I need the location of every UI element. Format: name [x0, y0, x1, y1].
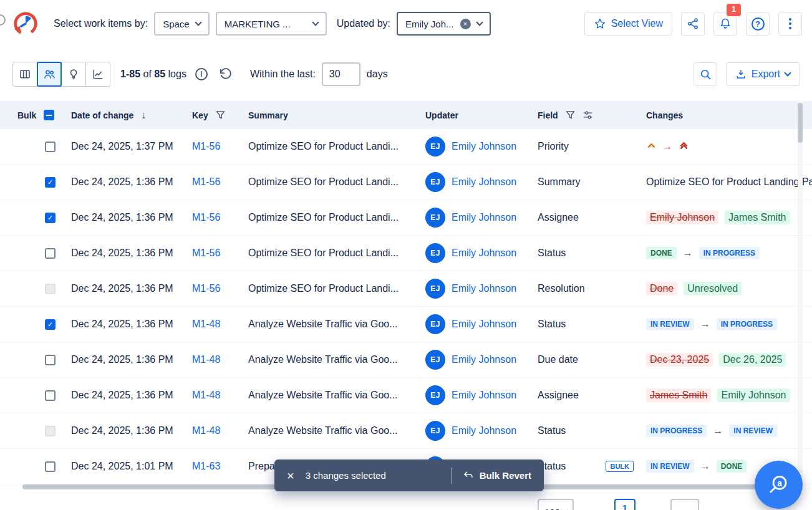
work-item-key[interactable]: M1-48 [192, 354, 220, 365]
days-label: days [367, 69, 388, 80]
row-checkbox[interactable] [45, 390, 56, 401]
updater-name[interactable]: Emily Johnson [452, 212, 516, 223]
status-badge-old: DONE [646, 247, 677, 259]
updater-view-button[interactable] [37, 62, 62, 87]
priority-medium-icon [646, 144, 656, 150]
project-dropdown-value: MARKETING ... [225, 19, 291, 29]
field-column-label: Field [538, 110, 558, 120]
field-name: Status [538, 319, 566, 330]
clear-filter-icon[interactable]: × [460, 19, 471, 29]
work-item-key[interactable]: M1-48 [192, 319, 220, 329]
change-date: Dec 24, 2025, 1:37 PM [71, 141, 192, 152]
status-badge-new: IN REVIEW [729, 425, 777, 437]
updater-name[interactable]: Emily Johnson [452, 141, 516, 152]
close-icon[interactable]: × [287, 469, 294, 482]
chart-view-button[interactable] [85, 62, 110, 87]
new-value: Dec 26, 2025 [719, 353, 786, 367]
row-checkbox[interactable]: ✓ [45, 177, 56, 188]
row-checkbox[interactable]: ✓ [45, 319, 56, 330]
arrow-right-icon: → [713, 425, 723, 436]
work-item-key[interactable]: M1-56 [192, 283, 220, 294]
field-cell: StatusBULK [538, 461, 646, 472]
row-checkbox[interactable] [45, 355, 56, 365]
work-item-key[interactable]: M1-56 [192, 176, 220, 187]
updated-by-dropdown[interactable]: Emily Joh... × [397, 12, 491, 36]
work-item-key[interactable]: M1-48 [192, 425, 220, 436]
revert-history-icon[interactable] [219, 67, 233, 81]
row-checkbox[interactable] [45, 142, 56, 152]
work-item-key[interactable]: M1-48 [192, 390, 220, 400]
change-values: DoneUnresolved [646, 282, 812, 296]
column-header-bulk: Bulk [17, 110, 71, 120]
space-dropdown-value: Space [163, 19, 190, 29]
help-button[interactable]: ? [746, 12, 770, 36]
field-name: Status [538, 248, 566, 259]
info-icon[interactable]: i [195, 68, 208, 80]
floating-action-button[interactable]: a [755, 461, 803, 509]
row-checkbox[interactable] [45, 461, 56, 472]
select-all-checkbox[interactable] [44, 110, 54, 120]
select-view-button[interactable]: Select View [584, 12, 672, 36]
table-row: ✓Dec 24, 2025, 1:36 PMM1-48Analyze Websi… [0, 307, 812, 342]
page-size-select[interactable]: 100 [538, 499, 574, 510]
space-dropdown[interactable]: Space [154, 12, 210, 36]
pagination: 100 1 [0, 499, 812, 510]
search-button[interactable] [694, 62, 717, 86]
vertical-scrollbar-thumb[interactable] [798, 103, 803, 143]
updater-name[interactable]: Emily Johnson [452, 354, 516, 365]
updater-name[interactable]: Emily Johnson [452, 283, 516, 294]
avatar: EJ [425, 350, 445, 370]
table-view-button[interactable] [12, 62, 37, 87]
more-menu-button[interactable] [778, 12, 802, 36]
sort-descending-icon[interactable]: ↓ [141, 110, 146, 121]
updater-name[interactable]: Emily Johnson [452, 319, 516, 330]
field-name: Resolution [538, 283, 585, 294]
share-button[interactable] [681, 12, 705, 36]
row-checkbox[interactable]: ✓ [45, 213, 56, 223]
table-row: Dec 24, 2025, 1:37 PMM1-56Optimize SEO f… [0, 129, 812, 165]
export-button[interactable]: Export [726, 62, 800, 86]
filter-icon[interactable] [566, 110, 575, 120]
work-item-key[interactable]: M1-56 [192, 248, 220, 258]
bulk-revert-button[interactable]: Bulk Revert [463, 470, 531, 481]
work-item-key[interactable]: M1-56 [192, 212, 220, 223]
updater-name[interactable]: Emily Johnson [452, 176, 516, 188]
work-item-summary: Analyze Website Traffic via Goo... [248, 390, 425, 401]
filter-settings-icon[interactable] [582, 110, 593, 120]
page-1-button[interactable]: 1 [614, 499, 636, 510]
table-row: Dec 24, 2025, 1:36 PMM1-48Analyze Websit… [0, 378, 812, 413]
lightbulb-icon [67, 68, 80, 80]
table-row: Dec 24, 2025, 1:36 PMM1-56Optimize SEO f… [0, 236, 812, 271]
updater-name[interactable]: Emily Johnson [452, 390, 516, 401]
field-cell: Status [538, 425, 646, 436]
updater-name[interactable]: Emily Johnson [452, 425, 516, 436]
work-item-summary: Optimize SEO for Product Landi... [248, 212, 425, 223]
work-item-key[interactable]: M1-63 [192, 461, 220, 471]
table-row: ✓Dec 24, 2025, 1:36 PMM1-56Optimize SEO … [0, 165, 812, 200]
app-logo-icon [11, 9, 40, 38]
view-switcher [12, 62, 110, 87]
key-cell: M1-56 [192, 176, 248, 188]
bulk-cell [17, 284, 71, 294]
key-cell: M1-56 [192, 212, 248, 223]
updater-name[interactable]: Emily Johnson [452, 248, 516, 259]
work-item-summary: Analyze Website Traffic via Goo... [248, 319, 425, 330]
table-row: Dec 24, 2025, 1:36 PMM1-48Analyze Websit… [0, 413, 812, 449]
work-item-summary: Optimize SEO for Product Landi... [248, 141, 425, 152]
updated-by-label: Updated by: [337, 18, 390, 29]
bulk-tag: BULK [606, 461, 634, 472]
days-input[interactable] [322, 62, 360, 86]
export-label: Export [752, 69, 780, 80]
people-icon [43, 68, 56, 80]
arrow-right-icon: → [700, 319, 710, 330]
insights-view-button[interactable] [61, 62, 86, 87]
new-value: Unresolved [684, 282, 742, 296]
work-item-key[interactable]: M1-56 [192, 141, 220, 152]
chevron-down-icon [784, 69, 791, 76]
work-item-summary: Analyze Website Traffic via Goo... [248, 354, 425, 365]
avatar: EJ [425, 243, 445, 263]
row-checkbox[interactable] [45, 248, 56, 259]
page-jump-input[interactable] [670, 499, 699, 510]
filter-icon[interactable] [216, 110, 225, 120]
project-dropdown[interactable]: MARKETING ... [216, 12, 327, 36]
